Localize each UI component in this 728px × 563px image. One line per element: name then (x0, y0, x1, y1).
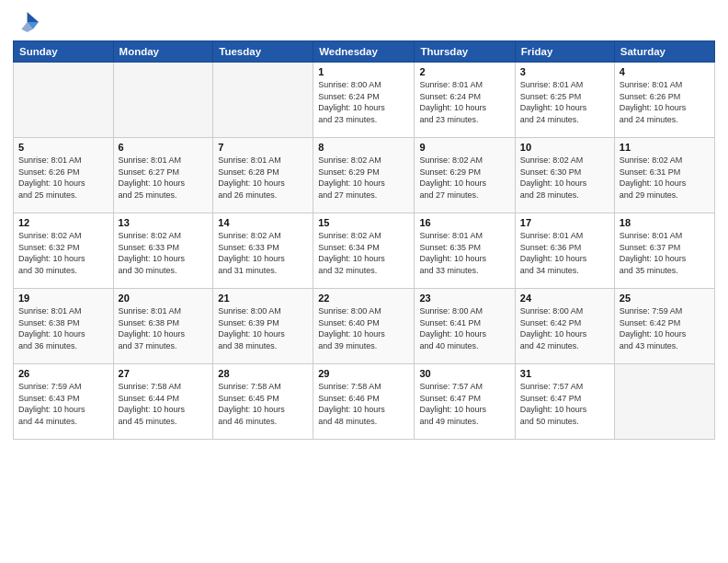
day-info: Sunrise: 7:57 AM Sunset: 6:47 PM Dayligh… (520, 381, 609, 427)
day-number: 8 (318, 142, 409, 153)
day-cell: 16Sunrise: 8:01 AM Sunset: 6:35 PM Dayli… (415, 213, 515, 289)
day-number: 3 (520, 66, 609, 77)
day-cell: 2Sunrise: 8:01 AM Sunset: 6:24 PM Daylig… (415, 63, 515, 138)
day-cell: 1Sunrise: 8:00 AM Sunset: 6:24 PM Daylig… (313, 63, 415, 138)
day-cell: 25Sunrise: 7:59 AM Sunset: 6:42 PM Dayli… (614, 289, 714, 364)
day-info: Sunrise: 8:00 AM Sunset: 6:42 PM Dayligh… (520, 305, 609, 351)
header (13, 9, 715, 35)
week-row-3: 12Sunrise: 8:02 AM Sunset: 6:32 PM Dayli… (14, 213, 715, 289)
day-cell: 5Sunrise: 8:01 AM Sunset: 6:26 PM Daylig… (14, 138, 114, 213)
day-number: 26 (18, 368, 108, 379)
day-info: Sunrise: 8:02 AM Sunset: 6:29 PM Dayligh… (419, 155, 509, 201)
day-cell: 19Sunrise: 8:01 AM Sunset: 6:38 PM Dayli… (14, 289, 114, 364)
day-info: Sunrise: 8:00 AM Sunset: 6:40 PM Dayligh… (318, 305, 409, 351)
day-cell: 9Sunrise: 8:02 AM Sunset: 6:29 PM Daylig… (415, 138, 515, 213)
day-number: 17 (520, 217, 609, 228)
day-number: 7 (218, 142, 308, 153)
day-info: Sunrise: 8:01 AM Sunset: 6:25 PM Dayligh… (520, 79, 609, 125)
day-info: Sunrise: 8:02 AM Sunset: 6:32 PM Dayligh… (18, 230, 108, 276)
day-info: Sunrise: 8:01 AM Sunset: 6:38 PM Dayligh… (119, 305, 209, 351)
day-cell: 15Sunrise: 8:02 AM Sunset: 6:34 PM Dayli… (313, 213, 415, 289)
day-info: Sunrise: 8:02 AM Sunset: 6:33 PM Dayligh… (218, 230, 308, 276)
week-row-4: 19Sunrise: 8:01 AM Sunset: 6:38 PM Dayli… (14, 289, 715, 364)
day-cell: 27Sunrise: 7:58 AM Sunset: 6:44 PM Dayli… (113, 364, 213, 440)
day-number: 19 (18, 293, 108, 304)
day-number: 16 (419, 217, 509, 228)
weekday-header-row: SundayMondayTuesdayWednesdayThursdayFrid… (14, 41, 715, 63)
page: SundayMondayTuesdayWednesdayThursdayFrid… (0, 0, 728, 563)
day-info: Sunrise: 8:00 AM Sunset: 6:24 PM Dayligh… (318, 79, 409, 125)
weekday-header-sunday: Sunday (14, 41, 114, 63)
day-number: 21 (218, 293, 308, 304)
day-info: Sunrise: 8:02 AM Sunset: 6:31 PM Dayligh… (620, 155, 710, 201)
day-cell (14, 63, 114, 138)
weekday-header-friday: Friday (515, 41, 614, 63)
day-number: 30 (419, 368, 509, 379)
day-info: Sunrise: 8:01 AM Sunset: 6:24 PM Dayligh… (419, 79, 509, 125)
day-info: Sunrise: 8:01 AM Sunset: 6:38 PM Dayligh… (18, 305, 108, 351)
day-number: 25 (620, 293, 710, 304)
day-number: 6 (119, 142, 209, 153)
day-cell: 23Sunrise: 8:00 AM Sunset: 6:41 PM Dayli… (415, 289, 515, 364)
day-cell: 11Sunrise: 8:02 AM Sunset: 6:31 PM Dayli… (614, 138, 714, 213)
day-cell: 26Sunrise: 7:59 AM Sunset: 6:43 PM Dayli… (14, 364, 114, 440)
day-info: Sunrise: 8:01 AM Sunset: 6:28 PM Dayligh… (218, 155, 308, 201)
day-number: 24 (520, 293, 609, 304)
day-cell (113, 63, 213, 138)
day-cell: 10Sunrise: 8:02 AM Sunset: 6:30 PM Dayli… (515, 138, 614, 213)
day-cell: 7Sunrise: 8:01 AM Sunset: 6:28 PM Daylig… (213, 138, 313, 213)
day-info: Sunrise: 7:59 AM Sunset: 6:42 PM Dayligh… (620, 305, 710, 351)
day-info: Sunrise: 8:01 AM Sunset: 6:27 PM Dayligh… (119, 155, 209, 201)
day-cell: 8Sunrise: 8:02 AM Sunset: 6:29 PM Daylig… (313, 138, 415, 213)
day-cell: 17Sunrise: 8:01 AM Sunset: 6:36 PM Dayli… (515, 213, 614, 289)
day-cell: 28Sunrise: 7:58 AM Sunset: 6:45 PM Dayli… (213, 364, 313, 440)
day-cell: 29Sunrise: 7:58 AM Sunset: 6:46 PM Dayli… (313, 364, 415, 440)
day-number: 18 (620, 217, 710, 228)
weekday-header-thursday: Thursday (415, 41, 515, 63)
calendar-table: SundayMondayTuesdayWednesdayThursdayFrid… (13, 40, 715, 440)
day-info: Sunrise: 8:01 AM Sunset: 6:37 PM Dayligh… (620, 230, 710, 276)
day-number: 10 (520, 142, 609, 153)
day-info: Sunrise: 8:01 AM Sunset: 6:36 PM Dayligh… (520, 230, 609, 276)
day-info: Sunrise: 7:59 AM Sunset: 6:43 PM Dayligh… (18, 381, 108, 427)
week-row-5: 26Sunrise: 7:59 AM Sunset: 6:43 PM Dayli… (14, 364, 715, 440)
day-number: 20 (119, 293, 209, 304)
day-number: 2 (419, 66, 509, 77)
day-cell: 13Sunrise: 8:02 AM Sunset: 6:33 PM Dayli… (113, 213, 213, 289)
day-number: 1 (318, 66, 409, 77)
day-cell: 21Sunrise: 8:00 AM Sunset: 6:39 PM Dayli… (213, 289, 313, 364)
day-number: 22 (318, 293, 409, 304)
logo-icon (13, 9, 39, 35)
day-info: Sunrise: 8:02 AM Sunset: 6:34 PM Dayligh… (318, 230, 409, 276)
day-cell: 14Sunrise: 8:02 AM Sunset: 6:33 PM Dayli… (213, 213, 313, 289)
day-number: 15 (318, 217, 409, 228)
day-number: 23 (419, 293, 509, 304)
day-info: Sunrise: 7:58 AM Sunset: 6:46 PM Dayligh… (318, 381, 409, 427)
weekday-header-wednesday: Wednesday (313, 41, 415, 63)
day-info: Sunrise: 7:58 AM Sunset: 6:44 PM Dayligh… (119, 381, 209, 427)
day-cell: 18Sunrise: 8:01 AM Sunset: 6:37 PM Dayli… (614, 213, 714, 289)
day-number: 5 (18, 142, 108, 153)
day-info: Sunrise: 8:02 AM Sunset: 6:29 PM Dayligh… (318, 155, 409, 201)
day-number: 29 (318, 368, 409, 379)
day-info: Sunrise: 8:01 AM Sunset: 6:26 PM Dayligh… (620, 79, 710, 125)
day-info: Sunrise: 8:02 AM Sunset: 6:30 PM Dayligh… (520, 155, 609, 201)
day-info: Sunrise: 8:00 AM Sunset: 6:39 PM Dayligh… (218, 305, 308, 351)
day-info: Sunrise: 8:01 AM Sunset: 6:35 PM Dayligh… (419, 230, 509, 276)
day-cell: 6Sunrise: 8:01 AM Sunset: 6:27 PM Daylig… (113, 138, 213, 213)
day-info: Sunrise: 7:57 AM Sunset: 6:47 PM Dayligh… (419, 381, 509, 427)
day-cell: 30Sunrise: 7:57 AM Sunset: 6:47 PM Dayli… (415, 364, 515, 440)
day-number: 13 (119, 217, 209, 228)
day-number: 31 (520, 368, 609, 379)
day-info: Sunrise: 8:02 AM Sunset: 6:33 PM Dayligh… (119, 230, 209, 276)
day-number: 4 (620, 66, 710, 77)
day-cell (213, 63, 313, 138)
day-cell (614, 364, 714, 440)
day-cell: 20Sunrise: 8:01 AM Sunset: 6:38 PM Dayli… (113, 289, 213, 364)
day-cell: 22Sunrise: 8:00 AM Sunset: 6:40 PM Dayli… (313, 289, 415, 364)
day-info: Sunrise: 8:00 AM Sunset: 6:41 PM Dayligh… (419, 305, 509, 351)
day-cell: 31Sunrise: 7:57 AM Sunset: 6:47 PM Dayli… (515, 364, 614, 440)
day-cell: 4Sunrise: 8:01 AM Sunset: 6:26 PM Daylig… (614, 63, 714, 138)
logo (13, 9, 42, 35)
day-cell: 12Sunrise: 8:02 AM Sunset: 6:32 PM Dayli… (14, 213, 114, 289)
